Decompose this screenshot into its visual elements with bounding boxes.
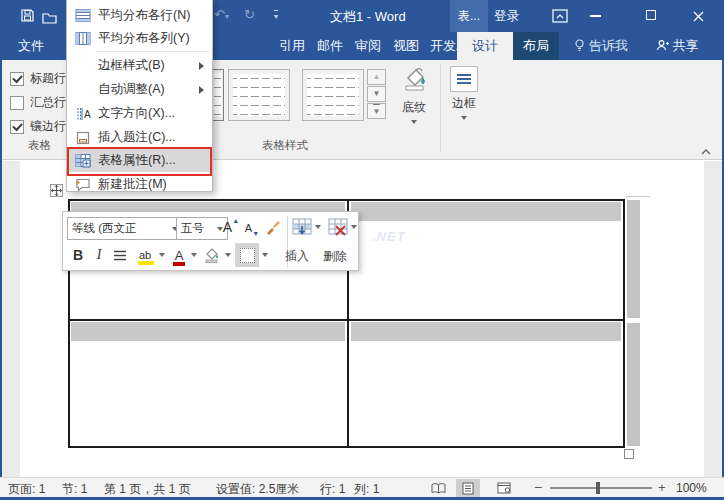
- window-left-border: [0, 60, 2, 500]
- gallery-more-icon[interactable]: ▼: [367, 103, 386, 119]
- status-section[interactable]: 节: 1: [62, 481, 87, 498]
- zoom-out-icon[interactable]: −: [534, 479, 542, 495]
- menu-item-table-properties[interactable]: 表格属性(R)...: [68, 149, 211, 172]
- maximize-button[interactable]: [646, 10, 656, 20]
- table-move-handle[interactable]: [50, 184, 63, 197]
- border-style-button[interactable]: [235, 243, 259, 267]
- font-name-combo[interactable]: 等线 (西文正: [67, 217, 183, 240]
- delete-table-icon[interactable]: [327, 215, 349, 239]
- quick-access-dropdown-icon[interactable]: ▾: [274, 10, 278, 21]
- table-style-preview[interactable]: [302, 69, 364, 121]
- shading-button[interactable]: 底纹: [392, 66, 436, 124]
- undo-icon[interactable]: ↶▾: [214, 7, 229, 22]
- menu-item-autofit[interactable]: 自动调整(A): [68, 78, 211, 101]
- open-icon[interactable]: [42, 10, 59, 28]
- gallery-scroll-up-icon[interactable]: ▲: [367, 69, 386, 85]
- menu-item-distribute-rows[interactable]: 平均分布各行(N): [68, 4, 211, 27]
- comment-icon: [68, 178, 98, 192]
- status-page-of[interactable]: 第 1 页，共 1 页: [104, 481, 191, 498]
- distribute-rows-icon: [68, 8, 98, 23]
- status-column[interactable]: 列: 1: [354, 481, 379, 498]
- insert-caption-icon: [68, 131, 98, 145]
- checkbox-header-row[interactable]: 标题行: [10, 70, 66, 87]
- chevron-down-icon: [411, 120, 417, 124]
- print-layout-icon[interactable]: [456, 479, 480, 497]
- zoom-in-icon[interactable]: +: [658, 480, 666, 495]
- tab-references[interactable]: 引用: [272, 32, 312, 60]
- ribbon-display-options-icon[interactable]: [552, 9, 568, 27]
- redo-icon[interactable]: ↻: [244, 7, 255, 22]
- collapse-ribbon-icon[interactable]: [700, 142, 712, 160]
- table-style-preview-partial[interactable]: [212, 69, 224, 121]
- menu-item-new-comment[interactable]: 新建批注(M): [68, 173, 211, 196]
- checkbox-icon: [10, 96, 24, 110]
- menu-item-text-direction[interactable]: A 文字方向(X)...: [68, 102, 211, 125]
- shading-bucket-icon[interactable]: [201, 243, 223, 267]
- checkbox-icon: [10, 120, 24, 134]
- italic-button[interactable]: I: [91, 244, 107, 266]
- status-page[interactable]: 页面: 1: [8, 481, 45, 498]
- style-options-group-label: 表格: [28, 138, 51, 153]
- zoom-slider-thumb[interactable]: [596, 482, 600, 494]
- borders-icon: [450, 66, 478, 92]
- menu-item-insert-caption[interactable]: 插入题注(C)...: [68, 126, 211, 149]
- chevron-down-icon[interactable]: [262, 253, 268, 257]
- delete-label[interactable]: 删除: [323, 248, 347, 265]
- sign-in-button[interactable]: 登录: [494, 8, 519, 25]
- tab-tell-me[interactable]: 告诉我: [566, 32, 636, 60]
- insert-label[interactable]: 插入: [285, 248, 309, 265]
- tab-table-layout[interactable]: 布局: [513, 32, 559, 60]
- font-color-button[interactable]: A: [169, 244, 189, 266]
- status-bar: 页面: 1 节: 1 第 1 页，共 1 页 设置值: 2.5厘米 行: 1 列…: [0, 477, 724, 497]
- selected-cell-band: [71, 322, 345, 341]
- ruler-stub: [626, 196, 650, 197]
- web-layout-icon[interactable]: [492, 479, 516, 497]
- selected-cell-band: [351, 322, 621, 341]
- tab-table-design[interactable]: 设计: [457, 32, 513, 60]
- menu-separator: [97, 51, 209, 52]
- word-window: ↶▾ ↻ ▾ 文档1 - Word 表... 登录 文件 引用 邮件 审阅 视图…: [0, 0, 724, 500]
- table-style-preview[interactable]: [228, 69, 290, 121]
- chevron-down-icon[interactable]: [191, 253, 197, 257]
- zoom-percent[interactable]: 100%: [676, 481, 707, 495]
- save-icon[interactable]: [20, 8, 35, 27]
- chevron-down-icon[interactable]: [351, 225, 357, 229]
- contextual-tab-group[interactable]: 表...: [450, 0, 488, 32]
- checkbox-total-row[interactable]: 汇总行: [10, 94, 66, 111]
- grow-font-button[interactable]: A▲: [221, 216, 241, 238]
- zoom-slider-track[interactable]: [550, 487, 652, 489]
- table-resize-handle[interactable]: [624, 449, 634, 459]
- table-row-divider: [68, 319, 625, 321]
- borders-box-icon: [240, 248, 255, 263]
- selected-cell-band: [351, 202, 621, 221]
- close-button[interactable]: [692, 9, 705, 27]
- tab-view[interactable]: 视图: [386, 32, 426, 60]
- bold-button[interactable]: B: [69, 244, 87, 266]
- read-mode-icon[interactable]: [426, 479, 450, 497]
- chevron-down-icon[interactable]: [159, 253, 165, 257]
- tab-file[interactable]: 文件: [6, 32, 56, 60]
- highlight-button[interactable]: ab: [133, 244, 157, 266]
- tab-mailings[interactable]: 邮件: [310, 32, 350, 60]
- status-line[interactable]: 行: 1: [320, 481, 345, 498]
- gallery-scroll-down-icon[interactable]: ▼: [367, 86, 386, 102]
- menu-item-border-styles[interactable]: 边框样式(B): [68, 54, 211, 77]
- row-end-selection-strip: [627, 200, 640, 318]
- checkbox-banded-rows[interactable]: 镶边行: [10, 118, 66, 135]
- insert-table-icon[interactable]: [291, 215, 313, 239]
- menu-item-distribute-columns[interactable]: 平均分布各列(Y): [68, 27, 211, 50]
- status-setting[interactable]: 设置值: 2.5厘米: [216, 481, 299, 498]
- chevron-down-icon[interactable]: [315, 225, 321, 229]
- mini-toolbar: 等线 (西文正 五号 A▲ A▼ B I ab A: [62, 211, 359, 271]
- format-painter-icon[interactable]: [263, 216, 283, 238]
- text-direction-icon: A: [68, 107, 98, 121]
- borders-button[interactable]: 边框: [444, 66, 484, 120]
- chevron-down-icon[interactable]: [225, 253, 231, 257]
- window-title: 文档1 - Word: [330, 8, 406, 26]
- tab-review[interactable]: 审阅: [348, 32, 388, 60]
- minimize-button[interactable]: [590, 15, 601, 17]
- move-icon: [51, 185, 62, 196]
- align-icon[interactable]: [109, 244, 131, 266]
- shrink-font-button[interactable]: A▼: [243, 218, 261, 238]
- tab-share[interactable]: 共享: [646, 32, 708, 60]
